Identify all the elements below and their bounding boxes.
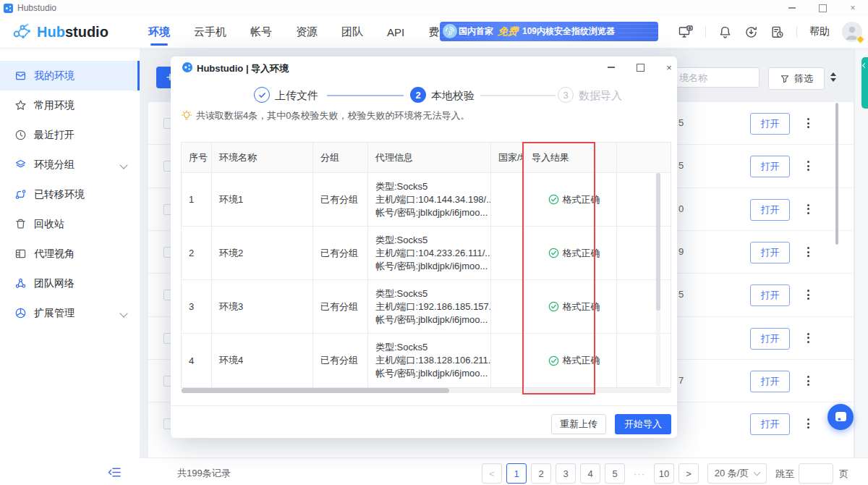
list-scrollbar[interactable] xyxy=(835,103,838,245)
nav-tab-帐号[interactable]: 帐号 xyxy=(250,18,272,46)
sidebar-item-home[interactable]: 我的环境 xyxy=(0,61,140,90)
result-text: 格式正确 xyxy=(563,193,600,206)
clipped-cell-text: 5 xyxy=(678,289,689,300)
table-row: 3环境3已有分组类型:Socks5主机/端口:192.186.185.157..… xyxy=(182,280,671,334)
column-header: 代理信息 xyxy=(368,143,491,173)
trash-icon xyxy=(14,218,27,230)
open-environment-button[interactable]: 打开 xyxy=(750,413,790,435)
scrollbar-thumb[interactable] xyxy=(182,388,449,393)
column-header: 环境名称 xyxy=(212,143,313,173)
row-more-actions-icon[interactable] xyxy=(801,328,814,348)
sidebar-item-proxy[interactable]: 代理视角 xyxy=(0,239,140,269)
nav-tab-环境[interactable]: 环境 xyxy=(148,18,170,46)
row-more-actions-icon[interactable] xyxy=(801,284,814,305)
customer-service-chat-button[interactable] xyxy=(827,404,854,430)
page-size-select[interactable]: 20 条/页 xyxy=(707,463,767,484)
help-link[interactable]: 帮助 xyxy=(809,25,830,38)
open-environment-button[interactable]: 打开 xyxy=(750,199,790,221)
open-environment-button[interactable]: 打开 xyxy=(750,371,790,392)
sidebar-item-extension[interactable]: 扩展管理 xyxy=(0,298,140,328)
sidebar-item-trash[interactable]: 回收站 xyxy=(0,209,140,239)
nav-tab-云手机[interactable]: 云手机 xyxy=(194,18,226,46)
filter-button[interactable]: 筛选 xyxy=(768,67,825,90)
open-environment-button[interactable]: 打开 xyxy=(750,113,790,135)
document-history-icon[interactable] xyxy=(770,25,784,39)
monitor-share-icon[interactable] xyxy=(678,25,693,38)
notification-bell-icon[interactable] xyxy=(718,25,732,39)
more-pages-icon[interactable]: ··· xyxy=(629,463,650,484)
dialog-minimize-button[interactable] xyxy=(602,59,621,75)
nav-tab-资源[interactable]: 资源 xyxy=(296,18,318,46)
maximize-icon xyxy=(819,4,827,12)
start-import-button[interactable]: 开始导入 xyxy=(615,414,671,434)
previous-page-button[interactable]: < xyxy=(482,463,502,484)
sidebar-item-label: 常用环境 xyxy=(34,99,75,112)
main-nav: 环境云手机帐号资源团队API费用 xyxy=(148,16,450,48)
sidebar-item-transfer[interactable]: 已转移环境 xyxy=(0,180,140,209)
page-button-2[interactable]: 2 xyxy=(531,463,551,484)
check-circle-icon xyxy=(548,355,559,366)
jump-to-label: 跳至 xyxy=(775,468,794,481)
sidebar-item-layers[interactable]: 环境分组 xyxy=(0,150,140,180)
sidebar-item-star[interactable]: 常用环境 xyxy=(0,90,140,120)
nav-tab-API[interactable]: API xyxy=(387,19,404,46)
sort-toggle[interactable] xyxy=(830,72,836,82)
page-button-10[interactable]: 10 xyxy=(654,463,674,484)
funnel-icon xyxy=(780,74,790,84)
result-text: 格式正确 xyxy=(563,300,600,313)
banner-prefix: 国内首家 xyxy=(459,25,493,38)
sync-download-icon[interactable] xyxy=(744,25,758,39)
reupload-button[interactable]: 重新上传 xyxy=(551,414,606,434)
sort-up-icon xyxy=(830,72,836,76)
sidebar: 我的环境常用环境最近打开环境分组已转移环境回收站代理视角团队网络扩展管理 xyxy=(0,48,140,485)
brand-logo: Hubstudio xyxy=(12,22,109,42)
promo-banner[interactable]: 国内首家 免费 109内核安全指纹浏览器 xyxy=(440,22,658,41)
cell-import-result: 格式正确 xyxy=(524,280,617,334)
open-environment-button[interactable]: 打开 xyxy=(750,156,790,177)
sidebar-item-clock[interactable]: 最近打开 xyxy=(0,120,140,150)
result-text: 格式正确 xyxy=(563,247,600,260)
scrollbar-thumb[interactable] xyxy=(656,173,660,311)
row-more-actions-icon[interactable] xyxy=(801,113,814,133)
sidebar-item-network[interactable]: 团队网络 xyxy=(0,269,140,298)
user-avatar[interactable] xyxy=(842,22,862,42)
sort-down-icon xyxy=(830,78,836,82)
collapse-sidebar-icon[interactable] xyxy=(107,467,121,478)
open-environment-button[interactable]: 打开 xyxy=(750,242,790,263)
step-validate-label: 本地校验 xyxy=(431,89,475,103)
close-button[interactable]: × xyxy=(838,0,868,16)
divider xyxy=(796,26,797,38)
row-more-actions-icon[interactable] xyxy=(801,156,814,176)
open-environment-button[interactable]: 打开 xyxy=(750,328,790,350)
nav-tab-团队[interactable]: 团队 xyxy=(341,18,363,46)
row-more-actions-icon[interactable] xyxy=(801,199,814,219)
dialog-maximize-button[interactable] xyxy=(631,59,650,75)
next-page-button[interactable]: > xyxy=(678,463,699,484)
page-button-3[interactable]: 3 xyxy=(556,463,576,484)
sidebar-item-label: 回收站 xyxy=(34,218,64,231)
sidebar-item-label: 最近打开 xyxy=(34,129,75,142)
home-icon xyxy=(14,69,27,82)
cell-blank xyxy=(617,227,671,280)
row-more-actions-icon[interactable] xyxy=(801,413,814,434)
proxy-line: 主机/端口:104.144.34.198/... xyxy=(375,193,490,206)
open-environment-button[interactable]: 打开 xyxy=(750,284,790,306)
validation-tip: 共读取数据4条，其中0条校验失败，校验失败的环境将无法导入。 xyxy=(181,109,469,122)
cell-index: 2 xyxy=(182,227,212,280)
search-input[interactable] xyxy=(676,67,760,88)
row-more-actions-icon[interactable] xyxy=(801,242,814,262)
page-button-1[interactable]: 1 xyxy=(506,463,527,484)
docked-side-tab[interactable] xyxy=(861,57,868,109)
minimize-button[interactable] xyxy=(777,0,807,16)
table-vertical-scrollbar xyxy=(656,173,660,387)
page-button-4[interactable]: 4 xyxy=(580,463,600,484)
row-more-actions-icon[interactable] xyxy=(801,371,814,391)
dialog-close-button[interactable]: × xyxy=(660,59,678,75)
maximize-button[interactable] xyxy=(807,0,838,16)
cell-proxy-info: 类型:Socks5主机/端口:192.186.185.157...帐号/密码:j… xyxy=(368,280,491,334)
sidebar-item-label: 我的环境 xyxy=(34,69,75,83)
table-row: 4环境4已有分组类型:Socks5主机/端口:138.128.106.211..… xyxy=(182,334,671,387)
cell-index: 4 xyxy=(182,334,212,387)
page-button-5[interactable]: 5 xyxy=(605,463,625,484)
jump-to-page-input[interactable] xyxy=(799,463,833,484)
